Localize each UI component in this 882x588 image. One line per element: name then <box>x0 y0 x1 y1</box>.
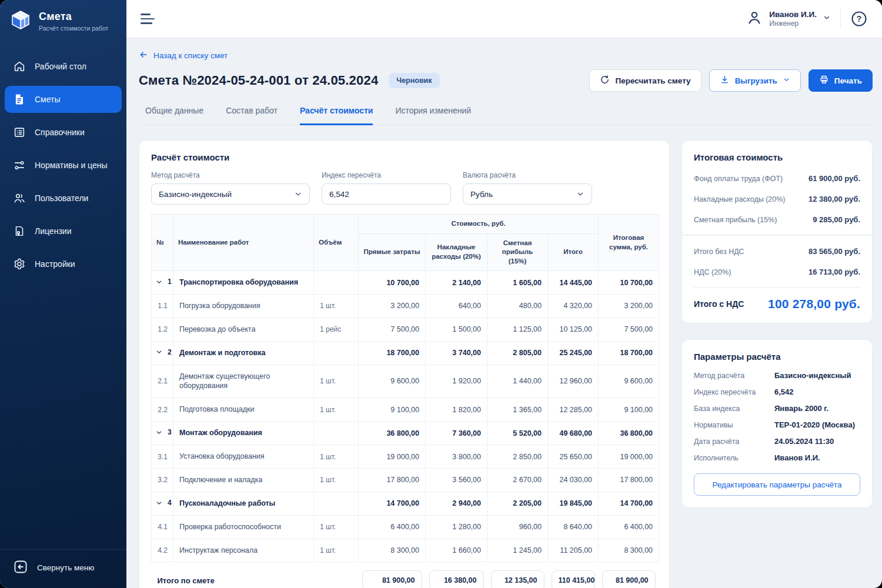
back-arrow-icon <box>139 50 148 61</box>
direct-cost-cell: 9 100,00 <box>359 398 426 422</box>
total-cell: 10 700,00 <box>599 271 659 295</box>
tab-4[interactable]: История изменений <box>395 106 471 125</box>
direct-cost-cell: 10 700,00 <box>359 271 426 295</box>
summary-value: 9 285,00 руб. <box>813 215 860 224</box>
sliders-icon <box>13 159 26 172</box>
recalculate-button[interactable]: Пересчитать смету <box>589 69 701 92</box>
work-name-cell: Проверка работоспособности <box>173 515 314 539</box>
summary-label: Итого без НДС <box>694 248 744 256</box>
chevron-down-icon[interactable] <box>155 499 163 507</box>
document-icon <box>13 93 26 106</box>
footer-subtotal-total: 110 415,00 <box>552 570 595 588</box>
calc-params-title: Параметры расчёта <box>694 352 860 362</box>
summary-row: Накладные расходы (20%)12 380,00 руб. <box>694 195 860 203</box>
work-name-cell: Пусконаладочные работы <box>173 492 314 515</box>
total-cell: 9 100,00 <box>599 398 659 422</box>
summary-label: НДС (20%) <box>694 268 731 276</box>
param-value: 24.05.2024 11:30 <box>774 437 860 446</box>
user-menu[interactable]: Иванов И.И. Инженер <box>746 9 831 29</box>
overhead-cell: 640,00 <box>426 294 487 318</box>
chevron-down-icon[interactable] <box>155 278 163 286</box>
edit-params-button[interactable]: Редактировать параметры расчёта <box>694 473 860 496</box>
tab-bar: Общие данныеСостав работРасчёт стоимости… <box>139 106 873 125</box>
sidebar-item-gear[interactable]: Настройки <box>5 250 122 278</box>
tab-3[interactable]: Расчёт стоимости <box>300 106 373 125</box>
direct-cost-cell: 36 800,00 <box>359 422 426 445</box>
sidebar-item-document[interactable]: Сметы <box>5 86 122 113</box>
row-number-cell: 2 <box>152 341 173 365</box>
chevron-down-icon <box>823 14 831 24</box>
profit-cell: 2 670,00 <box>487 468 548 492</box>
volume-cell <box>314 271 359 295</box>
param-label: Дата расчёта <box>694 437 774 446</box>
select-field[interactable]: Базисно-индексный <box>151 183 310 205</box>
estimate-table: № Наименование работ Объём Стоимость, ру… <box>151 214 659 588</box>
chevron-down-icon[interactable] <box>155 348 163 356</box>
license-icon <box>13 225 26 238</box>
field-label: Метод расчёта <box>151 171 310 179</box>
chevron-down-icon[interactable] <box>155 429 163 436</box>
direct-cost-cell: 18 700,00 <box>359 341 426 365</box>
sidebar-item-home[interactable]: Рабочий стол <box>5 53 122 80</box>
input-field[interactable]: 6,542 <box>322 183 451 205</box>
table-row: 3Монтаж оборудования36 800,007 360,005 5… <box>152 422 659 445</box>
work-name-cell: Инструктаж персонала <box>173 539 314 562</box>
col-header-overhead: Накладные расходы (20%) <box>426 233 487 271</box>
app-subtitle: Расчёт стоимости работ <box>39 25 108 32</box>
footer-direct-total: 81 900,00 <box>362 570 422 588</box>
field-value: 6,542 <box>329 190 349 199</box>
subtotal-cell: 25 650,00 <box>548 445 599 469</box>
sidebar-item-users[interactable]: Пользователи <box>5 185 122 212</box>
tab-2[interactable]: Состав работ <box>226 106 278 125</box>
right-column: Итоговая стоимость Фонд оплаты труда (ФО… <box>681 140 873 508</box>
col-header-num: № <box>152 215 173 271</box>
export-button[interactable]: Выгрузить <box>709 69 801 92</box>
subtotal-cell: 8 640,00 <box>548 515 599 539</box>
profit-cell: 1 125,00 <box>487 318 548 341</box>
total-cell: 9 600,00 <box>599 365 659 398</box>
svg-text:?: ? <box>857 14 862 24</box>
sidebar-item-license[interactable]: Лицензии <box>5 218 122 245</box>
table-row: 3.2Подключение и наладка1 шт.17 800,003 … <box>152 468 659 492</box>
cube-logo-icon <box>9 8 32 34</box>
menu-toggle-icon[interactable] <box>141 14 156 24</box>
table-footer-row: Итого по смете 81 900,00 16 380,00 12 13… <box>152 562 659 588</box>
chevron-down-icon <box>294 190 302 198</box>
grand-total-value: 100 278,00 руб. <box>768 297 860 311</box>
volume-cell: 1 шт. <box>314 515 359 539</box>
param-row: Метод расчётаБазисно-индексный <box>694 371 860 380</box>
calc-params-panel: Параметры расчёта Метод расчётаБазисно-и… <box>681 339 873 508</box>
collapse-menu-button[interactable]: Свернуть меню <box>0 549 126 588</box>
param-label: База индекса <box>694 405 774 413</box>
col-header-profit: Сметная прибыль (15%) <box>487 233 548 271</box>
total-cost-panel: Итоговая стоимость Фонд оплаты труда (ФО… <box>681 140 873 323</box>
back-link[interactable]: Назад к списку смет <box>139 50 228 61</box>
footer-label: Итого по смете <box>154 576 356 585</box>
print-button[interactable]: Печать <box>808 69 873 92</box>
total-cell: 18 700,00 <box>599 341 659 365</box>
table-row: 4.2Инструктаж персонала1 шт.8 300,001 66… <box>152 539 659 562</box>
sidebar-item-sliders[interactable]: Нормативы и цены <box>5 152 122 179</box>
subtotal-cell: 10 125,00 <box>548 318 599 341</box>
field-value: Рубль <box>470 190 493 199</box>
direct-cost-cell: 6 400,00 <box>359 515 426 539</box>
sidebar-item-catalog[interactable]: Справочники <box>5 119 122 146</box>
profit-cell: 1 605,00 <box>487 271 548 295</box>
sidebar: Смета Расчёт стоимости работ Рабочий сто… <box>0 0 126 588</box>
field-label: Валюта расчёта <box>463 171 592 179</box>
select-field[interactable]: Рубль <box>463 183 592 205</box>
param-value: 6,542 <box>774 387 860 396</box>
overhead-cell: 7 360,00 <box>426 422 487 445</box>
refresh-icon <box>600 75 610 86</box>
row-number-cell: 4 <box>152 492 173 515</box>
back-link-label: Назад к списку смет <box>153 51 228 60</box>
tab-1[interactable]: Общие данные <box>145 106 203 125</box>
overhead-cell: 1 500,00 <box>426 318 487 341</box>
summary-total-row: НДС (20%)16 713,00 руб. <box>694 268 860 276</box>
calc-card: Расчёт стоимости Метод расчётаБазисно-ин… <box>139 140 670 588</box>
row-number-cell: 3 <box>152 422 173 445</box>
help-button[interactable]: ? <box>850 10 868 28</box>
subtotal-cell: 14 445,00 <box>548 271 599 295</box>
summary-divider-light <box>694 287 860 288</box>
sidebar-item-label: Настройки <box>35 259 75 269</box>
